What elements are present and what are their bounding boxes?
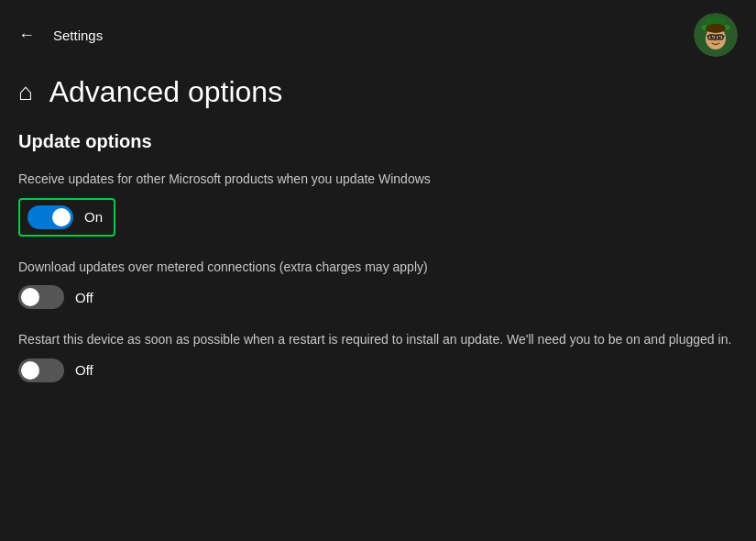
content: Update options Receive updates for other…	[0, 131, 756, 382]
toggle-knob-metered	[21, 288, 39, 306]
toggle-row-restart: Off	[18, 359, 738, 382]
toggle-receive-updates[interactable]	[27, 205, 73, 229]
setting-item-metered: Download updates over metered connection…	[18, 259, 738, 310]
toggle-label-restart: Off	[75, 362, 93, 378]
toggle-row-metered: Off	[18, 285, 738, 309]
toggle-knob-receive-updates	[52, 208, 71, 226]
svg-point-8	[719, 36, 721, 38]
toggle-restart[interactable]	[18, 359, 64, 382]
toggle-metered[interactable]	[18, 285, 64, 309]
setting-description-metered: Download updates over metered connection…	[18, 259, 733, 277]
avatar	[694, 13, 738, 57]
back-arrow-icon: ←	[18, 26, 35, 45]
toggle-label-metered: Off	[75, 290, 93, 305]
page-title: Advanced options	[49, 75, 282, 109]
header-title: Settings	[53, 28, 103, 43]
toggle-label-receive-updates: On	[84, 209, 103, 225]
header: ← Settings	[0, 0, 756, 66]
header-left: ← Settings	[15, 22, 103, 49]
home-icon: ⌂	[18, 78, 33, 106]
svg-point-4	[706, 24, 726, 33]
section-title: Update options	[18, 131, 738, 152]
toggle-highlight-receive-updates: On	[18, 198, 115, 237]
avatar-image	[694, 13, 738, 57]
back-button[interactable]: ←	[15, 22, 38, 49]
setting-description-restart: Restart this device as soon as possible …	[18, 331, 733, 349]
toggle-knob-restart	[21, 361, 39, 380]
page-title-area: ⌂ Advanced options	[0, 66, 756, 131]
setting-item-receive-updates: Receive updates for other Microsoft prod…	[18, 171, 738, 237]
setting-description-receive-updates: Receive updates for other Microsoft prod…	[18, 171, 733, 189]
setting-item-restart: Restart this device as soon as possible …	[18, 331, 738, 382]
svg-point-7	[712, 36, 714, 38]
